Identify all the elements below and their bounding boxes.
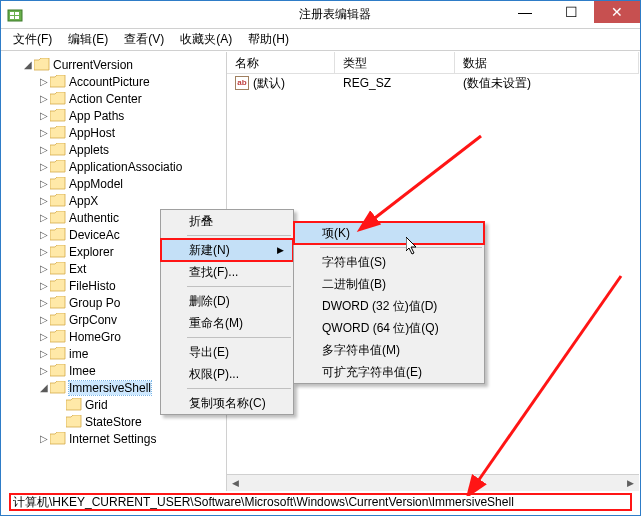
maximize-button[interactable]: ☐: [548, 1, 594, 23]
col-data[interactable]: 数据: [455, 52, 639, 73]
folder-icon: [50, 279, 66, 292]
tree-label: Action Center: [69, 92, 142, 106]
scroll-right-button[interactable]: ▶: [622, 475, 639, 491]
folder-icon: [50, 296, 66, 309]
menu-view[interactable]: 查看(V): [116, 29, 172, 50]
cell-type: REG_SZ: [335, 75, 455, 91]
svg-rect-0: [8, 10, 22, 21]
expander-icon[interactable]: ▷: [38, 297, 50, 308]
ctx-new-key[interactable]: 项(K): [294, 222, 484, 244]
expander-icon[interactable]: ▷: [38, 280, 50, 291]
col-name[interactable]: 名称: [227, 52, 335, 73]
expander-icon[interactable]: ▷: [38, 263, 50, 274]
expander-icon[interactable]: ▷: [38, 110, 50, 121]
folder-icon: [50, 211, 66, 224]
svg-rect-3: [10, 16, 14, 19]
tree-item[interactable]: ▷Internet Settings: [2, 430, 226, 447]
list-row[interactable]: ab (默认) REG_SZ (数值未设置): [227, 74, 639, 92]
ctx-collapse[interactable]: 折叠: [161, 210, 293, 232]
ctx-copyname[interactable]: 复制项名称(C): [161, 392, 293, 414]
folder-icon: [50, 92, 66, 105]
expander-icon[interactable]: ▷: [38, 144, 50, 155]
submenu-arrow-icon: ▶: [277, 245, 284, 255]
folder-icon: [50, 143, 66, 156]
folder-icon: [50, 177, 66, 190]
menu-file[interactable]: 文件(F): [5, 29, 60, 50]
expander-icon[interactable]: ▷: [38, 348, 50, 359]
folder-icon: [50, 228, 66, 241]
tree-item[interactable]: ▷ApplicationAssociatio: [2, 158, 226, 175]
expander-icon[interactable]: ▷: [38, 433, 50, 444]
menubar: 文件(F) 编辑(E) 查看(V) 收藏夹(A) 帮助(H): [1, 29, 640, 51]
folder-icon: [50, 347, 66, 360]
ctx-new-expand[interactable]: 可扩充字符串值(E): [294, 361, 484, 383]
menu-help[interactable]: 帮助(H): [240, 29, 297, 50]
ctx-new-binary[interactable]: 二进制值(B): [294, 273, 484, 295]
tree-label: Group Po: [69, 296, 120, 310]
tree-item[interactable]: ▷AccountPicture: [2, 73, 226, 90]
tree-item[interactable]: ▷AppHost: [2, 124, 226, 141]
ctx-new-qword[interactable]: QWORD (64 位)值(Q): [294, 317, 484, 339]
tree-label: Ext: [69, 262, 86, 276]
tree-label: Authentic: [69, 211, 119, 225]
expander-icon[interactable]: ▷: [38, 314, 50, 325]
svg-rect-2: [15, 12, 19, 15]
tree-label: ApplicationAssociatio: [69, 160, 182, 174]
horizontal-scrollbar[interactable]: ◀ ▶: [227, 474, 639, 491]
menu-favorites[interactable]: 收藏夹(A): [172, 29, 240, 50]
expander-icon[interactable]: ▷: [38, 246, 50, 257]
tree-item[interactable]: StateStore: [2, 413, 226, 430]
context-menu-new: 项(K) 字符串值(S) 二进制值(B) DWORD (32 位)值(D) QW…: [293, 221, 485, 384]
tree-item[interactable]: ▷Applets: [2, 141, 226, 158]
tree-item[interactable]: ▷App Paths: [2, 107, 226, 124]
expander-icon[interactable]: ▷: [38, 331, 50, 342]
tree-item[interactable]: ▷Action Center: [2, 90, 226, 107]
tree-label: Applets: [69, 143, 109, 157]
tree-label: AppX: [69, 194, 98, 208]
tree-label: Grid: [85, 398, 108, 412]
ctx-delete[interactable]: 删除(D): [161, 290, 293, 312]
svg-rect-4: [15, 16, 19, 19]
menu-edit[interactable]: 编辑(E): [60, 29, 116, 50]
tree-label: Imee: [69, 364, 96, 378]
expander-icon[interactable]: ▷: [38, 195, 50, 206]
scroll-left-button[interactable]: ◀: [227, 475, 244, 491]
tree-label: StateStore: [85, 415, 142, 429]
expander-icon[interactable]: ▷: [38, 178, 50, 189]
ctx-new-string[interactable]: 字符串值(S): [294, 251, 484, 273]
ctx-find[interactable]: 查找(F)...: [161, 261, 293, 283]
tree-item[interactable]: ◢CurrentVersion: [2, 56, 226, 73]
expander-icon[interactable]: ▷: [38, 365, 50, 376]
expander-icon[interactable]: ▷: [38, 127, 50, 138]
ctx-permissions[interactable]: 权限(P)...: [161, 363, 293, 385]
ctx-rename[interactable]: 重命名(M): [161, 312, 293, 334]
folder-icon: [34, 58, 50, 71]
expander-icon[interactable]: ◢: [22, 59, 34, 70]
svg-rect-1: [10, 12, 14, 15]
ctx-new[interactable]: 新建(N)▶: [161, 239, 293, 261]
folder-icon: [50, 364, 66, 377]
expander-icon[interactable]: ◢: [38, 382, 50, 393]
ctx-new-multi[interactable]: 多字符串值(M): [294, 339, 484, 361]
tree-label: AppHost: [69, 126, 115, 140]
expander-icon[interactable]: ▷: [38, 212, 50, 223]
tree-label: ImmersiveShell: [69, 381, 151, 395]
close-button[interactable]: ✕: [594, 1, 640, 23]
tree-label: DeviceAc: [69, 228, 120, 242]
expander-icon[interactable]: ▷: [38, 93, 50, 104]
folder-icon: [50, 126, 66, 139]
folder-icon: [50, 262, 66, 275]
tree-item[interactable]: ▷AppModel: [2, 175, 226, 192]
statusbar-path: 计算机\HKEY_CURRENT_USER\Software\Microsoft…: [9, 493, 632, 511]
ctx-new-dword[interactable]: DWORD (32 位)值(D): [294, 295, 484, 317]
expander-icon[interactable]: ▷: [38, 161, 50, 172]
tree-item[interactable]: ▷AppX: [2, 192, 226, 209]
cell-name: ab (默认): [227, 74, 335, 93]
ctx-export[interactable]: 导出(E): [161, 341, 293, 363]
minimize-button[interactable]: —: [502, 1, 548, 23]
titlebar[interactable]: 注册表编辑器 — ☐ ✕: [1, 1, 640, 29]
expander-icon[interactable]: ▷: [38, 76, 50, 87]
col-type[interactable]: 类型: [335, 52, 455, 73]
folder-icon: [50, 109, 66, 122]
expander-icon[interactable]: ▷: [38, 229, 50, 240]
